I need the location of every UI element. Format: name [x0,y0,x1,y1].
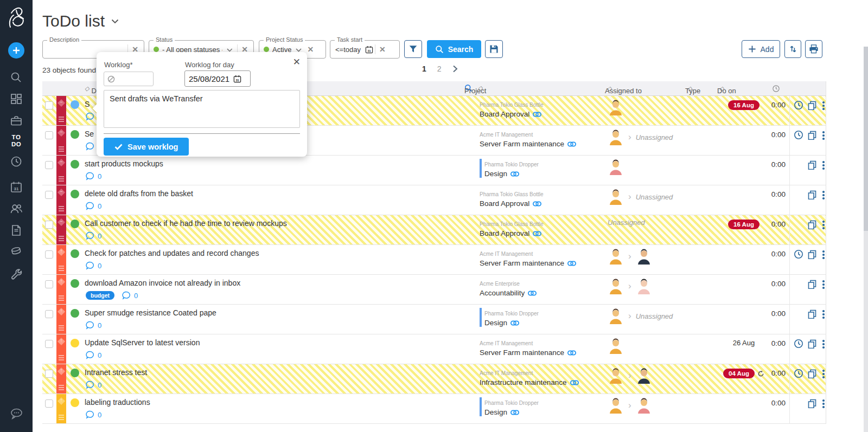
row-checkbox[interactable] [45,101,53,109]
chevron-down-icon[interactable] [227,48,233,52]
kebab-menu-icon[interactable] [821,190,826,201]
phase-name[interactable]: Accountability [480,289,537,297]
priority-bar[interactable]: − [56,96,66,125]
phase-name[interactable]: Board Approval [480,199,544,208]
filter-task-start[interactable]: Task start <=today 31 ✕ [330,40,400,59]
task-row[interactable]: − start products mockups 0 Pharma Tokio … [42,156,826,185]
comments-icon[interactable] [86,321,94,330]
task-name[interactable]: Se [85,130,94,138]
page-1[interactable]: 1 [422,65,426,73]
task-status-dot[interactable] [71,309,79,318]
task-name[interactable]: Super smudge resistance Coated pape [85,308,216,317]
avatar[interactable] [636,367,652,384]
sidebar-item-resources[interactable] [0,202,33,216]
col-type[interactable]: Type◇ [685,84,694,92]
sidebar-item-documents[interactable] [0,223,33,237]
task-status-dot[interactable] [71,220,79,228]
comments-icon[interactable] [86,142,94,151]
worklog-date-input[interactable]: 25/08/2021 31 [184,70,251,87]
drag-handle-icon[interactable] [59,235,64,241]
phase-name[interactable]: Design [484,408,539,416]
duplicate-icon[interactable] [807,339,817,349]
comments-icon[interactable] [86,410,94,419]
priority-bar[interactable]: − [56,185,66,215]
duplicate-icon[interactable] [807,279,817,289]
worklog-clock-icon[interactable] [794,130,803,140]
priority-bar[interactable]: ↑ [56,275,66,304]
comments-icon[interactable] [86,381,94,389]
worklog-clock-icon[interactable] [794,249,803,259]
chat-button[interactable] [0,405,33,422]
comments-icon[interactable] [86,261,94,270]
sidebar-item-worklog[interactable] [0,154,33,169]
sidebar-item-search[interactable] [0,70,33,85]
drag-handle-icon[interactable] [59,384,64,390]
row-checkbox[interactable] [45,131,53,139]
kebab-menu-icon[interactable] [821,369,826,379]
phase-name[interactable]: Server Farm maintenance [480,140,576,148]
assigned-cell[interactable]: ›Unassigned [608,129,673,145]
duplicate-icon[interactable] [807,160,817,170]
priority-bar[interactable]: ↑ [56,394,66,423]
priority-bar[interactable]: ↑ [56,245,66,274]
task-status-dot[interactable] [71,160,79,169]
task-row[interactable]: − delete old drafts from the basket 0 Ph… [42,185,826,215]
link-icon[interactable] [528,291,537,296]
row-checkbox[interactable] [45,370,53,378]
chevron-down-icon[interactable] [111,19,119,24]
drag-handle-icon[interactable] [59,115,64,122]
col-description[interactable]: ◇Description [82,84,91,92]
assigned-cell[interactable] [608,338,624,354]
clear-project-status-icon[interactable]: ✕ [305,45,316,54]
priority-bar[interactable]: ↑ [56,305,66,334]
phase-name[interactable]: Design [484,170,539,178]
add-button[interactable]: Add [742,40,780,58]
link-icon[interactable] [567,350,576,356]
avatar[interactable] [608,338,624,354]
scrollbar[interactable] [864,47,868,432]
drag-handle-icon[interactable] [59,205,64,211]
link-icon[interactable] [533,231,541,236]
duplicate-icon[interactable] [807,220,817,229]
assigned-cell[interactable] [608,159,624,175]
avatar[interactable] [608,159,624,175]
kebab-menu-icon[interactable] [821,220,826,230]
kebab-menu-icon[interactable] [821,339,826,350]
sort-icon[interactable]: ◇ [85,85,89,92]
link-icon[interactable] [510,320,519,326]
chevron-down-icon[interactable] [296,48,302,52]
task-status-dot[interactable] [71,249,79,258]
link-icon[interactable] [567,261,576,266]
col-assigned-to[interactable]: Assigned to◇ [605,84,614,92]
worklog-clock-icon[interactable] [794,100,803,110]
drag-handle-icon[interactable] [59,324,64,331]
task-name[interactable]: Intranet stress test [85,368,147,377]
sidebar-item-todo[interactable]: TO DO [0,133,33,149]
col-do-on[interactable]: Do on◇ [717,84,726,92]
priority-bar[interactable]: ↑ [56,364,66,394]
row-checkbox[interactable] [45,399,53,408]
calendar-picker-icon[interactable]: 31 [365,46,373,54]
row-checkbox[interactable] [45,340,53,348]
close-icon[interactable]: ✕ [293,56,301,68]
sort-button[interactable] [784,40,801,58]
task-row[interactable]: ↑ Update SqlServer to latest version 0 A… [42,334,826,364]
phase-name[interactable]: Server Farm maintenance [480,259,576,267]
task-row[interactable]: ↑ labeling traductions 0 Pharma Tokio Dr… [42,394,826,424]
worklog-clock-icon[interactable] [794,369,803,378]
assigned-cell[interactable]: ›Unassigned [608,308,673,324]
kebab-menu-icon[interactable] [821,279,826,290]
row-checkbox[interactable] [45,280,53,288]
task-row[interactable]: − Call customer to check if he had the t… [42,215,826,245]
phase-name[interactable]: Server Farm maintenance [480,349,576,357]
drag-handle-icon[interactable] [59,175,64,182]
save-worklog-button[interactable]: Save worklog [104,138,189,156]
task-name[interactable]: Update SqlServer to latest version [85,338,200,347]
phase-name[interactable]: Board Approval [480,229,544,237]
search-button[interactable]: Search [427,40,481,58]
comments-icon[interactable] [86,351,94,359]
task-name[interactable]: delete old drafts from the basket [85,189,193,198]
priority-bar[interactable]: − [56,156,66,185]
avatar[interactable] [608,278,624,294]
sidebar-item-calendar[interactable]: 31 [0,180,33,194]
